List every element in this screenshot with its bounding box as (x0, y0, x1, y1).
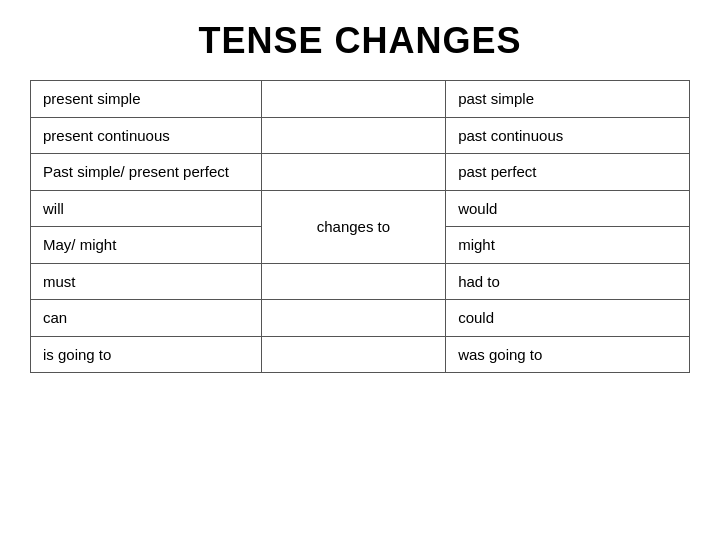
middle-empty-1 (261, 117, 446, 154)
tense-left-0: present simple (31, 81, 262, 118)
middle-empty-5 (261, 263, 446, 300)
tense-left-1: present continuous (31, 117, 262, 154)
tense-left-4: May/ might (31, 227, 262, 264)
tense-left-3: will (31, 190, 262, 227)
page-title: TENSE CHANGES (198, 20, 521, 62)
tense-left-7: is going to (31, 336, 262, 373)
tense-right-1: past continuous (446, 117, 690, 154)
tense-left-5: must (31, 263, 262, 300)
middle-empty-6 (261, 300, 446, 337)
tense-left-2: Past simple/ present perfect (31, 154, 262, 191)
tense-right-6: could (446, 300, 690, 337)
tense-right-3: would (446, 190, 690, 227)
middle-empty-0 (261, 81, 446, 118)
tense-changes-table: present simplepast simplepresent continu… (30, 80, 690, 373)
tense-left-6: can (31, 300, 262, 337)
tense-right-5: had to (446, 263, 690, 300)
changes-to-label: changes to (261, 190, 446, 263)
middle-empty-7 (261, 336, 446, 373)
tense-right-2: past perfect (446, 154, 690, 191)
tense-right-7: was going to (446, 336, 690, 373)
middle-empty-2 (261, 154, 446, 191)
tense-right-4: might (446, 227, 690, 264)
tense-right-0: past simple (446, 81, 690, 118)
